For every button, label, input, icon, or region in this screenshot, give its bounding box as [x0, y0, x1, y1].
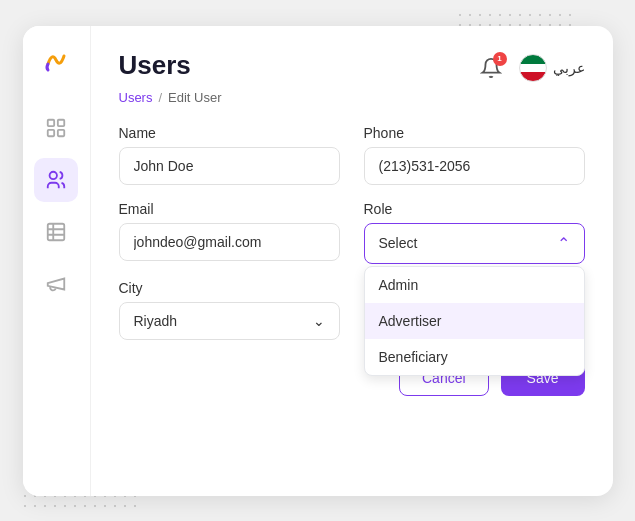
svg-rect-0	[48, 119, 54, 125]
sidebar-item-announcements[interactable]	[34, 262, 78, 306]
sidebar-item-users[interactable]	[34, 158, 78, 202]
page-title: Users	[119, 50, 191, 81]
sidebar	[23, 26, 91, 496]
email-label: Email	[119, 201, 340, 217]
name-input[interactable]	[119, 147, 340, 185]
svg-rect-3	[58, 129, 64, 135]
language-label: عربي	[553, 60, 585, 76]
logo	[38, 42, 74, 82]
language-selector[interactable]: عربي	[519, 54, 585, 82]
svg-point-4	[50, 171, 57, 178]
header-right: 1 عربي	[473, 50, 585, 86]
role-field-group: Role Select ⌃ Admin Advertiser Beneficia…	[364, 201, 585, 264]
role-option-beneficiary[interactable]: Beneficiary	[365, 339, 584, 375]
phone-field-group: Phone	[364, 125, 585, 185]
chevron-down-icon: ⌄	[313, 313, 325, 329]
role-dropdown-menu: Admin Advertiser Beneficiary	[364, 266, 585, 376]
app-container: Users 1 عربي Users / Edit User	[23, 26, 613, 496]
city-value: Riyadh	[134, 313, 178, 329]
email-input[interactable]	[119, 223, 340, 261]
name-label: Name	[119, 125, 340, 141]
svg-rect-5	[48, 223, 65, 240]
breadcrumb-separator: /	[158, 90, 162, 105]
notification-badge: 1	[493, 52, 507, 66]
role-select-trigger[interactable]: Select ⌃	[364, 223, 585, 264]
role-select-value: Select	[379, 235, 418, 251]
name-field-group: Name	[119, 125, 340, 185]
role-option-advertiser[interactable]: Advertiser	[365, 303, 584, 339]
sidebar-item-table[interactable]	[34, 210, 78, 254]
notification-button[interactable]: 1	[473, 50, 509, 86]
city-select[interactable]: Riyadh ⌄	[119, 302, 340, 340]
role-select-wrapper: Select ⌃ Admin Advertiser Beneficiary	[364, 223, 585, 264]
email-field-group: Email	[119, 201, 340, 264]
flag-icon	[519, 54, 547, 82]
breadcrumb: Users / Edit User	[119, 90, 585, 105]
breadcrumb-users[interactable]: Users	[119, 90, 153, 105]
main-content: Users 1 عربي Users / Edit User	[91, 26, 613, 496]
sidebar-item-grid[interactable]	[34, 106, 78, 150]
page-header: Users 1 عربي	[119, 50, 585, 86]
chevron-up-icon: ⌃	[557, 234, 570, 253]
breadcrumb-edit-user: Edit User	[168, 90, 221, 105]
city-field-group: City Riyadh ⌄	[119, 280, 340, 340]
city-label: City	[119, 280, 340, 296]
svg-rect-1	[58, 119, 64, 125]
phone-input[interactable]	[364, 147, 585, 185]
svg-rect-2	[48, 129, 54, 135]
role-label: Role	[364, 201, 585, 217]
edit-user-form: Name Phone Email Role Select ⌃	[119, 125, 585, 340]
phone-label: Phone	[364, 125, 585, 141]
role-option-admin[interactable]: Admin	[365, 267, 584, 303]
